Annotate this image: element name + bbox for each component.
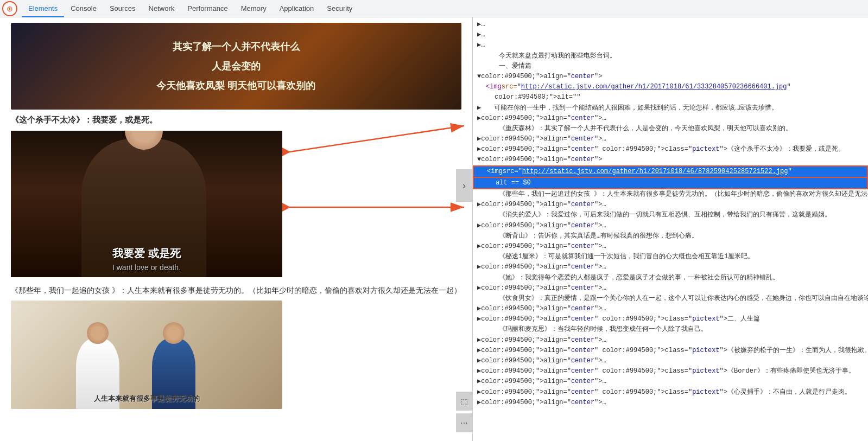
tab-memory[interactable]: Memory [235, 0, 273, 17]
page-content: 其实了解一个人并不代表什么 人是会变的 今天他喜欢凤梨 明天他可以喜欢别的 《这… [0, 17, 472, 441]
dom-line[interactable]: 今天就来盘点最打动我的那些电影台词。 [473, 51, 868, 61]
dom-line[interactable]: ▼ color:#994500;">align="center"> [473, 155, 868, 165]
section2-title: 《那些年，我们一起追的女孩 》：人生本来就有很多事是徒劳无功的。（比如年少时的暗… [11, 285, 461, 296]
inspect-element-icon[interactable]: ⊕ [2, 1, 17, 16]
dom-line[interactable]: ▶ 可能在你的一生中，找到一个能结婚的人很困难，如果找到的话，无论怎样，都应该…… [473, 103, 868, 113]
dom-line[interactable]: 《玛丽和麦克思》：当我年轻的时候，我想变成任何一个人除了我自己。 [473, 324, 868, 335]
dom-line[interactable]: ▶ color:#994500;">align="center">… [473, 283, 868, 293]
dom-line[interactable]: ▶ color:#994500;">align="center" color:#… [473, 346, 868, 356]
section1-title: 《这个杀手不太冷》：我要爱，或是死。 [11, 115, 461, 125]
dom-line[interactable]: 《饮食男女》：真正的爱情，是跟一个关心你的人在一起，这个人可以让你表达内心的感受… [473, 293, 868, 304]
tab-application[interactable]: Application [273, 0, 321, 17]
figure1-head [87, 322, 109, 344]
tab-network[interactable]: Network [142, 0, 181, 17]
dom-line[interactable]: ▶ color:#994500;">align="center">… [473, 221, 868, 231]
dom-line[interactable]: ▶ color:#994500;">align="center" color:#… [473, 144, 868, 155]
dom-line[interactable]: color:#994500;">alt="" [473, 92, 868, 103]
quote-line-2: 人是会变的 [212, 60, 261, 73]
dom-line[interactable]: ▼ color:#994500;">align="center"> [473, 72, 868, 82]
movie-figure-head [125, 131, 163, 150]
tab-security[interactable]: Security [320, 0, 359, 17]
dom-line[interactable]: ▶ color:#994500;">align="center">… [473, 356, 868, 366]
dom-line[interactable]: ▶ color:#994500;">align="center" color:#… [473, 366, 868, 376]
dom-line[interactable]: 《秘速1厘米》：可是就算我们通一千次短信，我们冒自的心大概也会相互靠近1厘米吧。 [473, 252, 868, 262]
devtools-elements-panel[interactable]: ▶ …▶ …▶ … 今天就来盘点最打动我的那些电影台词。 一、爱情篇▼ colo… [472, 17, 868, 441]
movie-quote-banner: 其实了解一个人并不代表什么 人是会变的 今天他喜欢凤梨 明天他可以喜欢别的 [11, 23, 461, 110]
dom-line[interactable]: <img src="http://static.jstv.com/gather/… [473, 82, 868, 92]
share-button[interactable]: ⬚ [456, 392, 472, 411]
dom-line[interactable]: ▶ color:#994500;">align="center">… [473, 335, 868, 346]
dom-line[interactable]: ▶ … [473, 20, 868, 30]
svg-marker-4 [282, 148, 290, 156]
movie-image-container: 我要爱 或是死 I want love or death. [11, 131, 282, 277]
dom-line[interactable]: ▶ color:#994500;">align="center">… [473, 262, 868, 272]
dom-line[interactable]: ▶ color:#994500;">align="center">… [473, 376, 868, 387]
tab-console[interactable]: Console [64, 0, 103, 17]
tab-sources[interactable]: Sources [103, 0, 142, 17]
main-area: 其实了解一个人并不代表什么 人是会变的 今天他喜欢凤梨 明天他可以喜欢别的 《这… [0, 17, 868, 441]
dom-line[interactable]: ▶ … [473, 30, 868, 40]
dom-line[interactable]: <img src="http://static.jstv.com/gather/… [473, 165, 868, 178]
quote-line-1: 其实了解一个人并不代表什么 [173, 40, 300, 53]
dom-line[interactable]: ▶ color:#994500;">align="center">… [473, 113, 868, 124]
svg-line-2 [282, 126, 464, 153]
dom-line[interactable]: ▶ color:#994500;">align="center">… [473, 398, 868, 408]
dom-line[interactable]: ▶ color:#994500;">align="center">… [473, 134, 868, 144]
scroll-next-button[interactable]: › [456, 169, 472, 202]
section2-image: 人生本来就有很多事是徒劳无功的 [11, 301, 282, 409]
more-button[interactable]: ⋯ [456, 413, 472, 432]
dom-line[interactable]: ▶ color:#994500;">align="center">… [473, 200, 868, 210]
svg-marker-5 [282, 203, 290, 212]
dom-line[interactable]: ▶ … [473, 40, 868, 50]
dom-line[interactable]: ▶ color:#994500;">align="center">… [473, 241, 868, 252]
dom-line[interactable]: 《她》：我觉得每个恋爱的人都是疯子，恋爱是疯子才会做的事，一种被社会所认可的精神… [473, 273, 868, 283]
section2-image-text: 人生本来就有很多事是徒劳无功的 [11, 394, 282, 404]
figure2-head [163, 322, 185, 344]
tab-elements[interactable]: Elements [22, 0, 64, 17]
movie-subtitle-cn: 我要爱 或是死 [11, 246, 282, 261]
tab-performance[interactable]: Performance [181, 0, 234, 17]
devtools-tab-bar: ⊕ Elements Console Sources Network Perfo… [0, 0, 868, 17]
dom-line[interactable]: ▶ color:#994500;">align="center">… [473, 304, 868, 314]
quote-line-3: 今天他喜欢凤梨 明天他可以喜欢别的 [156, 79, 315, 92]
movie-subtitle-en: I want love or death. [11, 263, 282, 272]
dom-line[interactable]: alt == $0 [473, 178, 868, 189]
dom-line[interactable]: 《那些年，我们一起追过的女孩 》：人生本来就有很多事是徒劳无功的。（比如年少时的… [473, 189, 868, 200]
dom-line[interactable]: 一、爱情篇 [473, 61, 868, 72]
dom-line[interactable]: 《重庆森林》：其实了解一个人并不代表什么，人是会变的，今天他喜欢凤梨，明天他可以… [473, 124, 868, 134]
dom-line[interactable]: ▶ color:#994500;">align="center" color:#… [473, 387, 868, 398]
dom-tree-container: ▶ …▶ …▶ … 今天就来盘点最打动我的那些电影台词。 一、爱情篇▼ colo… [473, 20, 868, 408]
dom-line[interactable]: 《断背山》：告诉你，其实真话是…有时候我真的很想你，想到心痛。 [473, 231, 868, 241]
dom-line[interactable]: 《消失的爱人》：我爱过你，可后来我们做的一切就只有互相恐惧、互相控制，带给我们的… [473, 210, 868, 220]
dom-line[interactable]: ▶ color:#994500;">align="center" color:#… [473, 314, 868, 324]
